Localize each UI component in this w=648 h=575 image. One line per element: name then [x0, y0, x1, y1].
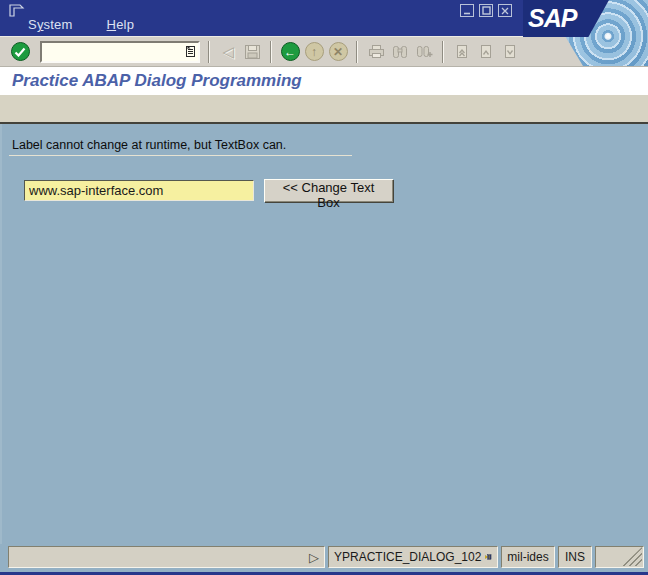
maximize-icon	[482, 6, 491, 15]
back-arrow-icon: ←	[281, 42, 300, 61]
previous-item-button-disabled: ◁	[217, 41, 239, 63]
toolbar-separator	[270, 41, 272, 63]
sap-logo: SAP	[523, 0, 609, 37]
binoculars-plus-icon	[416, 44, 433, 59]
maximize-button[interactable]	[479, 4, 493, 17]
command-field[interactable]	[45, 44, 185, 60]
enter-check-icon	[11, 42, 30, 61]
resize-grip[interactable]	[622, 547, 642, 566]
close-icon	[501, 7, 509, 15]
minimize-button[interactable]	[460, 4, 474, 17]
message-expand-icon[interactable]: ▷	[309, 551, 319, 564]
system-menu-icon[interactable]	[8, 3, 26, 17]
print-button-disabled	[365, 41, 387, 63]
toolbar-separator	[442, 41, 444, 63]
left-triangle-icon: ◁	[222, 44, 234, 59]
binoculars-icon	[392, 44, 408, 59]
change-textbox-button[interactable]: << Change Text Box	[264, 179, 393, 202]
save-button-disabled	[241, 41, 263, 63]
minimize-icon	[463, 7, 471, 15]
page-title: Practice ABAP Dialog Programming	[12, 71, 302, 91]
printer-icon	[368, 44, 385, 59]
save-floppy-icon	[244, 44, 261, 60]
sap-gui-window: System Help SAP ◁	[0, 0, 648, 575]
url-textbox[interactable]	[24, 180, 254, 201]
status-bar: ▷ YPRACTICE_DIALOG_102 mil-ides INS	[0, 544, 648, 570]
find-button-disabled	[389, 41, 411, 63]
back-button[interactable]: ←	[279, 41, 301, 63]
page-down-button-disabled	[499, 41, 521, 63]
page-up-icon	[479, 44, 493, 59]
cancel-button-disabled: ✕	[327, 41, 349, 63]
exit-button-disabled: ↑	[303, 41, 325, 63]
window-bottom-edge	[0, 570, 648, 575]
transaction-code: YPRACTICE_DIALOG_102	[334, 550, 481, 564]
status-system-field: mil-ides	[501, 546, 555, 568]
toolbar-separator	[208, 41, 210, 63]
command-field-wrap	[40, 41, 200, 63]
status-insert-mode-field: INS	[558, 546, 592, 568]
enter-button[interactable]	[9, 41, 31, 63]
page-first-icon	[455, 44, 469, 59]
status-empty-field	[595, 546, 644, 568]
first-page-button-disabled	[451, 41, 473, 63]
command-history-icon[interactable]	[185, 45, 196, 58]
toolbar-separator	[356, 41, 358, 63]
status-transaction-field: YPRACTICE_DIALOG_102	[328, 546, 498, 568]
sap-ripple-graphic: SAP	[523, 0, 648, 66]
exit-arrow-icon: ↑	[305, 42, 324, 61]
status-list-icon[interactable]	[485, 551, 492, 563]
toolbar-wedge	[523, 36, 583, 66]
window-controls	[460, 4, 512, 17]
screen-title-bar: Practice ABAP Dialog Programming	[0, 66, 648, 95]
close-button[interactable]	[498, 4, 512, 17]
cancel-x-icon: ✕	[329, 42, 348, 61]
menu-item-help[interactable]: Help	[107, 17, 135, 32]
static-label: Label cannot change at runtime, but Text…	[12, 138, 286, 152]
menu-item-system[interactable]: System	[28, 17, 73, 32]
page-down-icon	[503, 44, 517, 59]
system-name: mil-ides	[507, 550, 548, 564]
menu-bar: System Help	[28, 17, 134, 32]
status-message-field: ▷	[8, 546, 325, 568]
application-toolbar	[0, 95, 648, 124]
label-underline	[9, 155, 352, 156]
find-next-button-disabled	[413, 41, 435, 63]
insert-mode: INS	[565, 550, 585, 564]
screen-content: Label cannot change at runtime, but Text…	[0, 124, 648, 544]
page-up-button-disabled	[475, 41, 497, 63]
sap-logo-text: SAP	[528, 4, 576, 33]
